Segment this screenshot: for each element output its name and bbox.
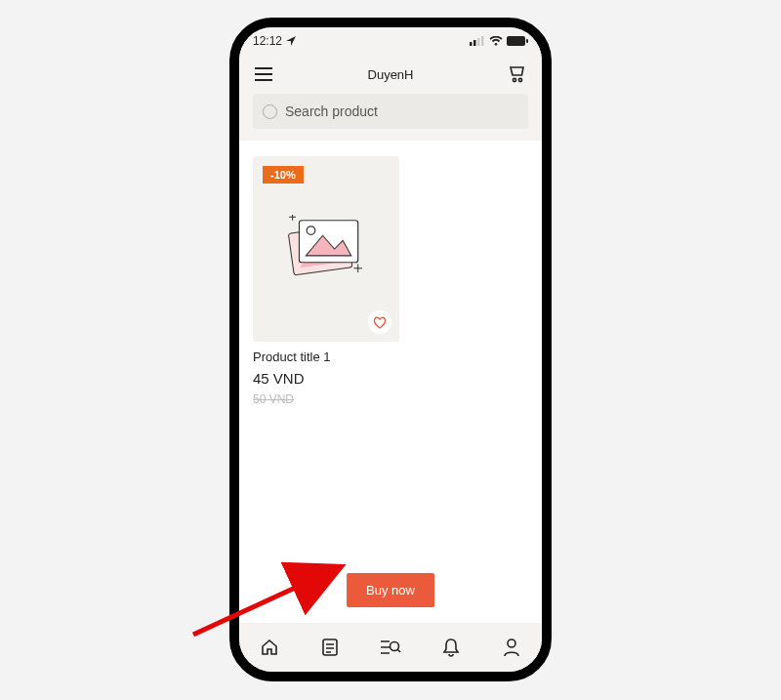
location-arrow-icon <box>286 36 296 46</box>
product-price: 45 VND <box>253 370 399 387</box>
signal-icon <box>470 36 485 46</box>
svg-rect-1 <box>473 40 476 46</box>
product-title: Product title 1 <box>253 350 399 364</box>
svg-rect-3 <box>481 36 484 46</box>
menu-icon[interactable] <box>253 63 274 85</box>
product-old-price: 50 VND <box>253 392 399 406</box>
buy-now-button[interactable]: Buy now <box>347 573 434 607</box>
product-card[interactable]: -10% <box>253 156 399 406</box>
svg-point-4 <box>495 43 498 46</box>
home-icon[interactable] <box>258 636 281 659</box>
notifications-icon[interactable] <box>439 636 463 659</box>
browse-icon[interactable] <box>379 636 402 659</box>
svg-rect-5 <box>507 36 525 46</box>
search-bar-container <box>239 94 542 141</box>
svg-point-26 <box>390 642 399 651</box>
status-right <box>470 36 528 46</box>
favorite-button[interactable] <box>368 310 391 334</box>
heart-icon <box>373 316 387 329</box>
wifi-icon <box>489 36 503 46</box>
status-time: 12:12 <box>253 34 282 48</box>
status-left: 12:12 <box>253 34 296 48</box>
profile-icon[interactable] <box>500 636 523 659</box>
svg-point-28 <box>508 639 515 647</box>
svg-point-10 <box>513 78 515 81</box>
app-header: DuyenH <box>239 55 542 94</box>
discount-badge: -10% <box>263 166 304 184</box>
svg-line-27 <box>398 650 401 653</box>
header-title: DuyenH <box>274 67 507 82</box>
search-input[interactable] <box>285 103 518 119</box>
bottom-nav <box>239 623 542 672</box>
svg-rect-2 <box>477 38 480 46</box>
battery-icon <box>507 36 528 46</box>
main-content: -10% <box>239 141 542 623</box>
search-icon <box>263 104 277 119</box>
svg-point-11 <box>518 78 521 81</box>
phone-frame: 12:12 <box>229 18 552 681</box>
search-bar[interactable] <box>253 94 528 129</box>
cart-icon[interactable] <box>507 63 528 85</box>
product-image: -10% <box>253 156 399 342</box>
image-placeholder-icon <box>284 215 368 283</box>
orders-icon[interactable] <box>318 636 342 659</box>
svg-rect-0 <box>470 42 473 46</box>
svg-rect-6 <box>526 39 528 43</box>
status-bar: 12:12 <box>239 27 542 55</box>
